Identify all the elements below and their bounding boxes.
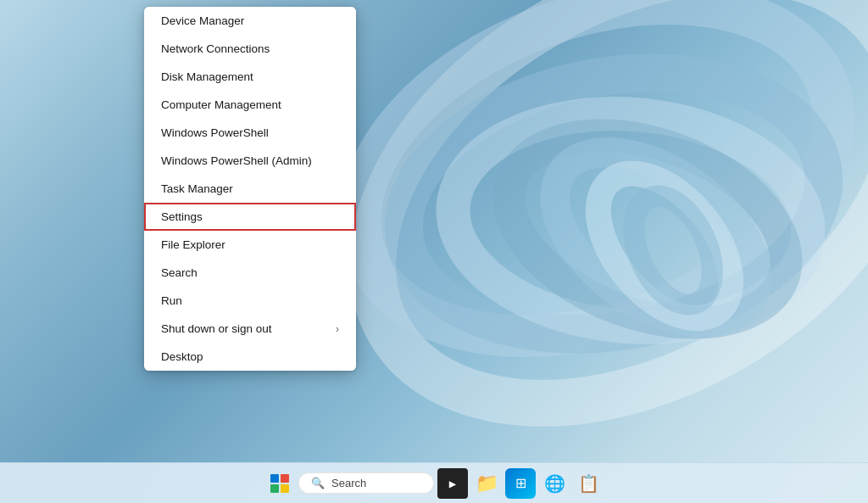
menu-item-label-run: Run	[161, 294, 182, 307]
taskbar: 🔍 Search ▶📁⊞🌐📋	[0, 462, 868, 503]
menu-item-computer-management[interactable]: Computer Management	[144, 91, 356, 119]
menu-item-network-connections[interactable]: Network Connections	[144, 35, 356, 63]
menu-item-windows-powershell-admin[interactable]: Windows PowerShell (Admin)	[144, 147, 356, 175]
win-logo-top-right	[281, 474, 289, 483]
taskbar-app-chrome[interactable]: 🌐	[539, 468, 570, 499]
menu-item-windows-powershell[interactable]: Windows PowerShell	[144, 119, 356, 147]
menu-item-label-windows-powershell-admin: Windows PowerShell (Admin)	[161, 154, 312, 167]
menu-item-shut-down[interactable]: Shut down or sign out›	[144, 315, 356, 343]
menu-item-label-settings: Settings	[161, 210, 203, 223]
windows-logo	[270, 474, 289, 493]
menu-item-label-task-manager: Task Manager	[161, 182, 233, 195]
menu-item-settings[interactable]: Settings	[144, 203, 356, 231]
taskbar-app-notes[interactable]: 📋	[573, 468, 604, 499]
search-label: Search	[331, 477, 366, 489]
context-menu: Device ManagerNetwork ConnectionsDisk Ma…	[144, 7, 356, 371]
menu-item-disk-management[interactable]: Disk Management	[144, 63, 356, 91]
search-box[interactable]: 🔍 Search	[298, 472, 434, 494]
menu-item-label-desktop: Desktop	[161, 350, 203, 363]
win-logo-top-left	[270, 474, 279, 483]
desktop: Device ManagerNetwork ConnectionsDisk Ma…	[0, 0, 868, 503]
start-button[interactable]	[264, 468, 295, 499]
menu-item-file-explorer[interactable]: File Explorer	[144, 231, 356, 259]
menu-item-label-search: Search	[161, 266, 198, 279]
menu-item-arrow-shut-down: ›	[336, 323, 339, 335]
taskbar-icons: 🔍 Search ▶📁⊞🌐📋	[264, 468, 604, 499]
menu-item-label-network-connections: Network Connections	[161, 42, 270, 55]
taskbar-apps: ▶📁⊞🌐📋	[437, 468, 604, 499]
menu-item-label-shut-down: Shut down or sign out	[161, 322, 272, 335]
taskbar-app-microsoft-store[interactable]: ⊞	[505, 468, 536, 499]
menu-item-label-device-manager: Device Manager	[161, 14, 244, 27]
menu-item-task-manager[interactable]: Task Manager	[144, 175, 356, 203]
menu-item-device-manager[interactable]: Device Manager	[144, 7, 356, 35]
win-logo-bottom-right	[281, 484, 289, 493]
menu-item-run[interactable]: Run	[144, 287, 356, 315]
menu-item-desktop[interactable]: Desktop	[144, 343, 356, 371]
menu-item-label-windows-powershell: Windows PowerShell	[161, 126, 269, 139]
search-icon: 🔍	[311, 477, 325, 489]
menu-item-label-file-explorer: File Explorer	[161, 238, 225, 251]
taskbar-app-files[interactable]: 📁	[471, 468, 502, 499]
menu-item-search[interactable]: Search	[144, 259, 356, 287]
taskbar-app-terminal[interactable]: ▶	[437, 468, 468, 499]
win-logo-bottom-left	[270, 484, 279, 493]
menu-item-label-computer-management: Computer Management	[161, 98, 281, 111]
menu-item-label-disk-management: Disk Management	[161, 70, 253, 83]
